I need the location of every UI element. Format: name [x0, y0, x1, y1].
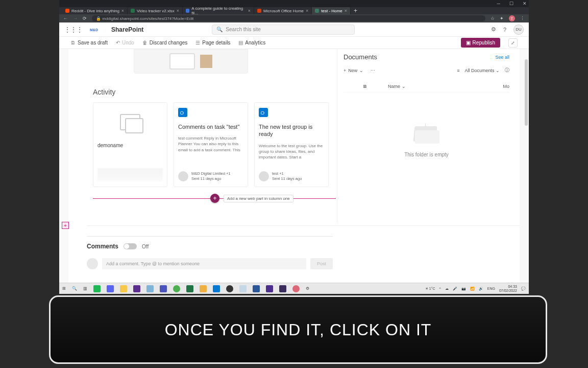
tab-guide[interactable]: A complete guide to creating fil…× — [183, 7, 254, 14]
close-icon[interactable]: × — [121, 8, 124, 13]
comments-section: Comments Off Add a comment. Type @ to me… — [87, 236, 333, 269]
name-column[interactable]: Name ⌄ — [388, 84, 406, 89]
document-pair-icon — [120, 114, 140, 130]
comments-toggle[interactable] — [124, 243, 137, 249]
task-view-icon[interactable]: ▥ — [83, 286, 87, 291]
camera-icon[interactable]: 📷 — [461, 287, 466, 291]
modified-column[interactable]: Mo — [503, 84, 509, 89]
undo-icon: ↶ — [116, 40, 120, 45]
browser-window: ─ ☐ ✕ Reddit - Dive into anything× Video… — [59, 0, 529, 294]
activity-card-comments[interactable]: O Comments on task "test" test comment R… — [174, 102, 248, 187]
app-icon[interactable] — [279, 285, 286, 292]
outlook-icon: O — [259, 108, 268, 117]
close-icon[interactable]: × — [345, 8, 347, 13]
plus-icon: + — [210, 194, 219, 203]
app-icon[interactable] — [239, 285, 247, 292]
weather-widget[interactable]: ☀ 1°C — [425, 287, 435, 291]
teams-icon[interactable] — [160, 285, 167, 292]
save-draft-button[interactable]: 🗎Save as draft — [70, 40, 108, 45]
svg-text:M&D: M&D — [90, 28, 98, 31]
tab-sharepoint-test[interactable]: test - Home× — [312, 7, 351, 14]
discard-button[interactable]: 🗑Discard changes — [142, 40, 187, 45]
onedrive-icon[interactable]: ☁ — [445, 287, 449, 291]
app-icon[interactable] — [292, 285, 300, 292]
discord-icon[interactable] — [107, 285, 114, 292]
close-icon[interactable]: × — [177, 8, 179, 13]
notifications-icon[interactable]: 💬 — [521, 287, 526, 291]
spotify-icon[interactable] — [93, 285, 101, 292]
add-web-part-button[interactable]: + Add a new web part in column one — [210, 194, 293, 203]
forward-icon[interactable]: → — [73, 16, 78, 21]
page-details-button[interactable]: ☰Page details — [195, 40, 230, 45]
comment-input[interactable]: Add a comment. Type @ to mention someone — [102, 258, 306, 269]
analytics-button[interactable]: ▤Analytics — [238, 40, 265, 45]
lock-icon: 🔒 — [96, 16, 101, 21]
file-type-column-icon[interactable]: 🗎 — [363, 84, 368, 89]
after-effects-icon[interactable] — [266, 285, 273, 292]
clock[interactable]: 04:3307/02/2022 — [499, 285, 517, 292]
expand-icon[interactable]: ⤢ — [508, 38, 518, 48]
maximize-icon[interactable]: ☐ — [509, 1, 513, 6]
tab-office[interactable]: Microsoft Office Home× — [254, 7, 312, 14]
chevron-down-icon: ⌄ — [496, 68, 500, 73]
search-icon[interactable]: 🔍 — [72, 286, 77, 291]
view-icon: ≡ — [457, 68, 459, 73]
minimize-icon[interactable]: ─ — [497, 1, 500, 6]
premiere-icon[interactable] — [133, 285, 140, 292]
publish-icon: ▣ — [466, 40, 471, 45]
url-text: mddigital.sharepoint.com/sites/test374?M… — [102, 16, 193, 21]
gear-icon[interactable]: ⚙ — [306, 286, 309, 291]
republish-button[interactable]: ▣Republish — [461, 38, 500, 48]
gear-icon[interactable]: ⚙ — [491, 26, 496, 33]
close-icon[interactable]: ✕ — [523, 1, 527, 6]
extensions-icon[interactable]: ✦ — [500, 16, 504, 21]
see-all-link[interactable]: See all — [495, 55, 509, 60]
command-bar: 🗎Save as draft ↶Undo 🗑Discard changes ☰P… — [59, 37, 529, 49]
wifi-icon[interactable]: 📶 — [470, 287, 475, 291]
user-avatar[interactable]: DU — [513, 25, 524, 35]
post-button[interactable]: Post — [310, 258, 333, 269]
word-icon[interactable] — [253, 285, 260, 292]
more-icon[interactable]: ⋯ — [371, 68, 375, 73]
activity-heading: Activity — [93, 88, 337, 96]
section-divider — [87, 225, 520, 226]
reload-icon[interactable]: ⟳ — [83, 16, 87, 21]
menu-icon[interactable]: ⋮ — [520, 16, 525, 21]
search-input[interactable]: 🔍 Search this site — [212, 25, 355, 35]
page-content: Activity demoname O Comments on task "te… — [59, 49, 529, 283]
new-tab-icon[interactable]: + — [351, 7, 360, 14]
explorer-icon[interactable] — [120, 285, 127, 292]
mic-icon[interactable]: 🎤 — [453, 287, 457, 291]
toggle-state-label: Off — [142, 244, 149, 249]
app-launcher-icon[interactable]: ⋮⋮⋮ — [64, 26, 83, 33]
volume-icon[interactable]: 🔊 — [479, 287, 483, 291]
undo-button[interactable]: ↶Undo — [116, 40, 134, 45]
tab-reddit[interactable]: Reddit - Dive into anything× — [62, 7, 128, 14]
outlook-icon[interactable] — [213, 285, 220, 292]
new-button[interactable]: +New⌄ — [344, 68, 363, 73]
close-icon[interactable]: × — [248, 8, 251, 13]
obs-icon[interactable] — [226, 285, 233, 292]
close-icon[interactable]: × — [306, 8, 308, 13]
app-icon[interactable] — [146, 285, 154, 292]
browser-profile-avatar[interactable]: T — [509, 15, 515, 21]
back-icon[interactable]: ← — [63, 16, 68, 21]
chrome-icon[interactable] — [173, 285, 180, 292]
scrollbar[interactable] — [525, 59, 528, 126]
help-icon[interactable]: ? — [503, 27, 506, 33]
star-icon[interactable]: ☆ — [491, 16, 495, 21]
tab-video-tracker[interactable]: Video tracker v2.xlsx× — [128, 7, 183, 14]
excel-icon[interactable] — [186, 285, 193, 292]
view-selector[interactable]: All Documents ⌄ — [464, 68, 500, 73]
video-caption-overlay: ONCE YOU FIND IT, CLICK ON IT — [49, 295, 547, 364]
address-bar[interactable]: 🔒 mddigital.sharepoint.com/sites/test374… — [92, 15, 485, 21]
activity-card-group-ready[interactable]: O The new test group is ready Welcome to… — [254, 102, 329, 187]
language-indicator[interactable]: ENG — [487, 287, 495, 290]
chevron-up-icon[interactable]: ^ — [439, 287, 440, 290]
app-icon[interactable] — [200, 285, 207, 292]
search-icon: 🔍 — [216, 27, 223, 32]
activity-card-demoname[interactable]: demoname — [93, 102, 167, 187]
start-icon[interactable]: ⊞ — [62, 286, 66, 291]
add-section-button[interactable]: + — [62, 222, 69, 229]
info-icon[interactable]: ⓘ — [505, 67, 509, 74]
